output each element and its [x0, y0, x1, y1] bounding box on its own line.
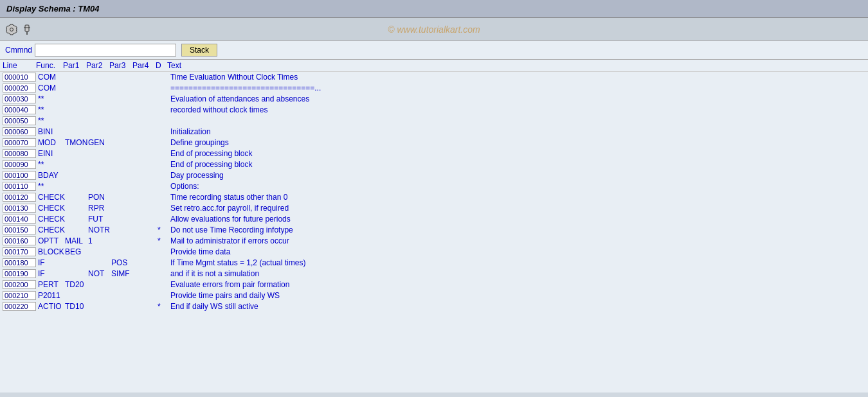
- cell-text: Day processing: [168, 171, 865, 180]
- table-row[interactable]: 000050 **: [0, 116, 868, 127]
- cell-par4: [133, 116, 156, 125]
- cell-par3: [110, 138, 133, 147]
- cell-func: IF: [37, 269, 64, 278]
- cell-text: recorded without clock times: [168, 105, 865, 114]
- cell-func: COM: [37, 73, 64, 82]
- cell-line: 000050: [3, 116, 36, 125]
- table-row[interactable]: 000220 ACTIO TD10 * End if daily WS stil…: [0, 301, 868, 312]
- cell-d: [156, 258, 168, 267]
- command-input[interactable]: [35, 44, 176, 57]
- cell-line: 000220: [3, 302, 36, 311]
- cell-par2: NOTR: [87, 225, 110, 234]
- cell-par4: [133, 269, 156, 278]
- table-row[interactable]: 000200 PERT TD20 Evaluate errors from pa…: [0, 279, 868, 290]
- cell-d: *: [156, 236, 168, 245]
- cell-func: CHECK: [37, 193, 64, 202]
- cell-text: ================================...: [168, 84, 865, 93]
- cell-line: 000100: [3, 171, 36, 180]
- cell-par2: [87, 291, 110, 300]
- cell-par3: [110, 215, 133, 224]
- cell-par4: [133, 193, 156, 202]
- cell-func: CHECK: [37, 204, 64, 213]
- cell-par2: [87, 149, 110, 158]
- pin-icon[interactable]: [21, 23, 33, 36]
- cell-text: Mail to administrator if errors occur: [168, 236, 865, 245]
- table-row[interactable]: 000010 COM Time Evaluation Without Clock…: [0, 72, 868, 83]
- cell-par3: [110, 116, 133, 125]
- cell-text: Evaluate errors from pair formation: [168, 280, 865, 289]
- cell-par3: SIMF: [110, 269, 133, 278]
- table-row[interactable]: 000120 CHECK PON Time recording status o…: [0, 192, 868, 203]
- table-row[interactable]: 000020 COM =============================…: [0, 83, 868, 94]
- table-row[interactable]: 000040 ** recorded without clock times: [0, 105, 868, 116]
- cell-par1: [64, 160, 87, 169]
- cell-line: 000190: [3, 269, 36, 278]
- toolbar: © www.tutorialkart.com: [0, 18, 868, 41]
- cell-par3: [110, 73, 133, 82]
- table-row[interactable]: 000160 OPTT MAIL 1 * Mail to administrat…: [0, 236, 868, 247]
- cell-func: CHECK: [37, 215, 64, 224]
- table-row[interactable]: 000190 IF NOT SIMF and if it is not a si…: [0, 269, 868, 279]
- cell-text: Time recording status other than 0: [168, 193, 865, 202]
- cell-d: [156, 73, 168, 82]
- cell-par4: [133, 215, 156, 224]
- cell-par4: [133, 105, 156, 114]
- col-func-header: Func.: [36, 61, 63, 70]
- cell-d: [156, 84, 168, 93]
- table-row[interactable]: 000070 MOD TMON GEN Define groupings: [0, 137, 868, 148]
- cell-d: *: [156, 302, 168, 311]
- table-row[interactable]: 000150 CHECK NOTR * Do not use Time Reco…: [0, 225, 868, 236]
- table-row[interactable]: 000030 ** Evaluation of attendances and …: [0, 94, 868, 105]
- cell-par4: [133, 84, 156, 93]
- table-row[interactable]: 000170 BLOCK BEG Provide time data: [0, 247, 868, 258]
- table-row[interactable]: 000130 CHECK RPR Set retro.acc.for payro…: [0, 203, 868, 214]
- cell-text: Provide time pairs and daily WS: [168, 291, 865, 300]
- cell-par1: [64, 105, 87, 114]
- cell-par3: [110, 247, 133, 256]
- cell-par2: RPR: [87, 204, 110, 213]
- cell-par3: POS: [110, 258, 133, 267]
- cell-par4: [133, 94, 156, 103]
- rows-container: 000010 COM Time Evaluation Without Clock…: [0, 72, 868, 312]
- col-d-header: D: [156, 61, 167, 70]
- cell-par4: [133, 127, 156, 136]
- cell-d: *: [156, 225, 168, 234]
- cell-func: COM: [37, 84, 64, 93]
- table-row[interactable]: 000080 EINI End of processing block: [0, 148, 868, 159]
- table-row[interactable]: 000100 BDAY Day processing: [0, 170, 868, 181]
- table-row[interactable]: 000060 BINI Initialization: [0, 127, 868, 137]
- table-row[interactable]: 000210 P2011 Provide time pairs and dail…: [0, 290, 868, 301]
- cell-line: 000170: [3, 247, 36, 256]
- cell-d: [156, 182, 168, 191]
- cell-par2: [87, 116, 110, 125]
- stack-button[interactable]: Stack: [181, 44, 217, 57]
- cell-par2: NOT: [87, 269, 110, 278]
- table-row[interactable]: 000110 ** Options:: [0, 181, 868, 192]
- table-row[interactable]: 000090 ** End of processing block: [0, 159, 868, 170]
- table-row[interactable]: 000140 CHECK FUT Allow evaluations for f…: [0, 214, 868, 225]
- cell-par4: [133, 280, 156, 289]
- col-par4-header: Par4: [132, 61, 156, 70]
- cell-d: [156, 280, 168, 289]
- cell-par1: TD10: [64, 302, 87, 311]
- cell-line: 000010: [3, 73, 36, 82]
- table-row[interactable]: 000180 IF POS If Time Mgmt status = 1,2 …: [0, 258, 868, 269]
- cell-par2: FUT: [87, 215, 110, 224]
- svg-rect-1: [25, 25, 29, 31]
- cell-par2: [87, 247, 110, 256]
- cell-par1: [64, 84, 87, 93]
- col-line-header: Line: [3, 61, 36, 70]
- cell-d: [156, 149, 168, 158]
- cell-line: 000030: [3, 94, 36, 103]
- col-text-header: Text: [167, 61, 865, 70]
- settings-icon[interactable]: [5, 23, 18, 36]
- main-content[interactable]: Line Func. Par1 Par2 Par3 Par4 D Text 00…: [0, 60, 868, 393]
- cell-par2: [87, 302, 110, 311]
- cell-text: Set retro.acc.for payroll, if required: [168, 204, 865, 213]
- cell-par3: [110, 94, 133, 103]
- cell-par4: [133, 247, 156, 256]
- cell-par4: [133, 225, 156, 234]
- cell-par1: [64, 291, 87, 300]
- cell-line: 000200: [3, 280, 36, 289]
- cell-par1: [64, 94, 87, 103]
